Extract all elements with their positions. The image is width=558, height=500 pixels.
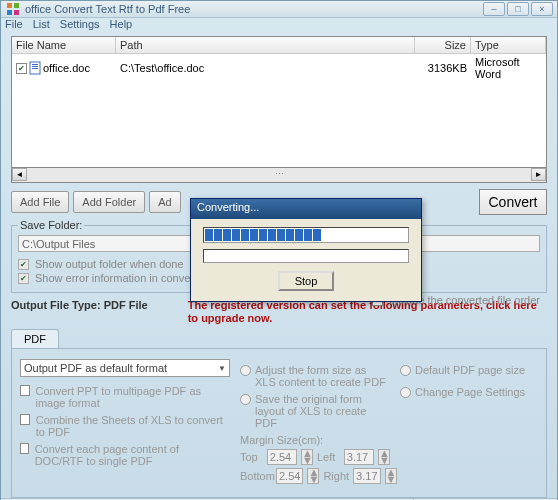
menubar: File List Settings Help [1, 18, 557, 30]
margin-size-label: Margin Size(cm): [240, 434, 390, 446]
app-icon [5, 1, 21, 17]
output-format-combo[interactable]: Output PDF as default format ▼ [20, 359, 230, 377]
row-checkbox[interactable]: ✔ [16, 63, 27, 74]
margin-top-input[interactable]: 2.54 [267, 449, 297, 465]
svg-rect-1 [14, 3, 19, 8]
margin-bottom-spinner[interactable]: ▲▼ [307, 468, 319, 484]
converting-dialog: Converting... Stop [190, 198, 422, 302]
svg-rect-5 [32, 64, 38, 65]
scroll-left-icon[interactable]: ◄ [12, 168, 27, 181]
xls-combine-label: Combine the Sheets of XLS to convert to … [36, 414, 230, 438]
default-size-label: Default PDF page size [415, 364, 525, 376]
show-error-label: Show error information in convers [35, 272, 199, 284]
svg-rect-7 [32, 68, 38, 69]
table-row[interactable]: ✔ office.doc C:\Test\office.doc 3136KB M… [12, 54, 546, 82]
eachpage-checkbox[interactable] [20, 443, 29, 454]
horizontal-scrollbar[interactable]: ◄ ⋯ ► [11, 168, 547, 183]
cell-type: Microsoft Word [471, 55, 546, 81]
show-folder-label: Show output folder when done [35, 258, 184, 270]
menu-help[interactable]: Help [110, 18, 133, 30]
margin-left-input[interactable]: 3.17 [344, 449, 374, 465]
progress-bar-secondary [203, 249, 409, 263]
show-error-checkbox[interactable]: ✔ [18, 273, 29, 284]
cell-filename: office.doc [43, 62, 90, 74]
save-layout-radio[interactable] [240, 394, 251, 405]
window-controls: – □ × [483, 2, 553, 16]
dialog-body: Stop [191, 219, 421, 301]
pdf-options-panel: Output PDF as default format ▼ Convert P… [11, 349, 547, 498]
svg-rect-3 [14, 10, 19, 15]
margin-bottom-input[interactable]: 2.54 [276, 468, 303, 484]
ad-button[interactable]: Ad [149, 191, 180, 213]
menu-file[interactable]: File [5, 18, 23, 30]
stop-button[interactable]: Stop [278, 271, 334, 291]
margin-top-spinner[interactable]: ▲▼ [301, 449, 313, 465]
menu-settings[interactable]: Settings [60, 18, 100, 30]
default-size-radio[interactable] [400, 365, 411, 376]
col-type[interactable]: Type [471, 37, 546, 53]
file-table: File Name Path Size Type ✔ office.doc C:… [11, 36, 547, 168]
margin-top-label: Top [240, 451, 263, 463]
scroll-right-icon[interactable]: ► [531, 168, 546, 181]
svg-rect-2 [7, 10, 12, 15]
cell-path: C:\Test\office.doc [116, 55, 415, 81]
combo-value: Output PDF as default format [24, 362, 167, 374]
options-right-col: Default PDF page size Change Page Settin… [400, 359, 538, 487]
options-mid-col: Adjust the form size as XLS content to c… [240, 359, 390, 487]
col-filename[interactable]: File Name [12, 37, 116, 53]
margin-right-input[interactable]: 3.17 [353, 468, 380, 484]
margin-right-spinner[interactable]: ▲▼ [385, 468, 397, 484]
show-folder-checkbox[interactable]: ✔ [18, 259, 29, 270]
minimize-button[interactable]: – [483, 2, 505, 16]
ppt-label: Convert PPT to multipage PDF as image fo… [36, 385, 230, 409]
cell-size: 3136KB [415, 55, 471, 81]
close-button[interactable]: × [531, 2, 553, 16]
options-tabs: PDF [11, 329, 547, 349]
scroll-track[interactable]: ⋯ [27, 168, 531, 182]
add-folder-button[interactable]: Add Folder [73, 191, 145, 213]
titlebar: office Convert Text Rtf to Pdf Free – □ … [1, 1, 557, 18]
margin-bottom-label: Bottom [240, 470, 272, 482]
margin-left-label: Left [317, 451, 340, 463]
change-page-label: Change Page Settings [415, 386, 525, 398]
tab-pdf[interactable]: PDF [11, 329, 59, 348]
maximize-button[interactable]: □ [507, 2, 529, 16]
convert-button[interactable]: Convert [479, 189, 547, 215]
adjust-form-radio[interactable] [240, 365, 251, 376]
dialog-title: Converting... [191, 199, 421, 219]
table-body: ✔ office.doc C:\Test\office.doc 3136KB M… [12, 54, 546, 167]
table-header: File Name Path Size Type [12, 37, 546, 54]
menu-list[interactable]: List [33, 18, 50, 30]
xls-combine-checkbox[interactable] [20, 414, 30, 425]
eachpage-label: Convert each page content of DOC/RTF to … [35, 443, 230, 467]
change-page-radio[interactable] [400, 387, 411, 398]
ppt-checkbox[interactable] [20, 385, 30, 396]
svg-rect-6 [32, 66, 38, 67]
svg-rect-0 [7, 3, 12, 8]
chevron-down-icon: ▼ [218, 364, 226, 373]
col-path[interactable]: Path [116, 37, 415, 53]
margin-right-label: Right [323, 470, 349, 482]
col-size[interactable]: Size [415, 37, 471, 53]
output-type-label: Output File Type: PDF File [11, 299, 148, 311]
save-folder-legend: Save Folder: [18, 219, 84, 231]
margin-left-spinner[interactable]: ▲▼ [378, 449, 390, 465]
add-file-button[interactable]: Add File [11, 191, 69, 213]
word-doc-icon [29, 61, 43, 75]
window-title: office Convert Text Rtf to Pdf Free [25, 3, 483, 15]
adjust-form-label: Adjust the form size as XLS content to c… [255, 364, 390, 388]
options-left-col: Output PDF as default format ▼ Convert P… [20, 359, 230, 487]
progress-bar [203, 227, 409, 243]
save-layout-label: Save the original form layout of XLS to … [255, 393, 390, 429]
